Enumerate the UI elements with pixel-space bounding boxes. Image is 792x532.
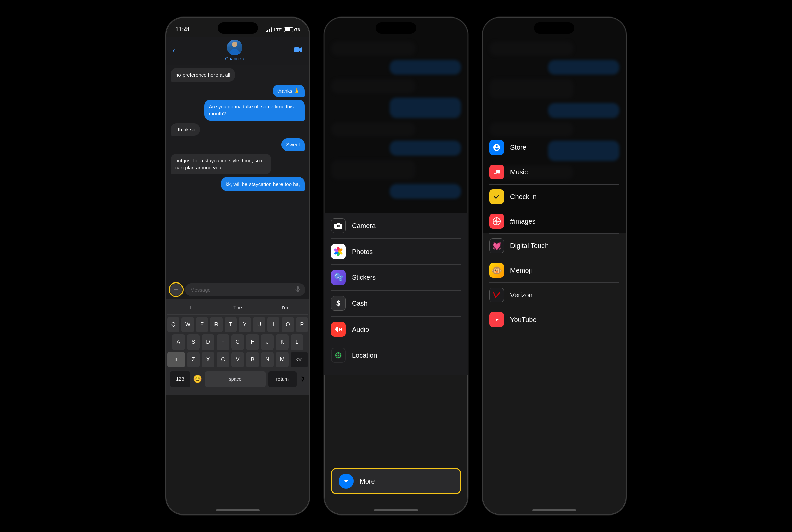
- menu-item-memoji[interactable]: 🐵 Memoji: [489, 258, 619, 283]
- key-v[interactable]: V: [231, 352, 244, 367]
- suggestion-2[interactable]: The: [214, 303, 262, 312]
- svg-rect-0: [294, 48, 299, 52]
- suggestion-3[interactable]: I'm: [261, 303, 308, 312]
- key-shift[interactable]: ⇧: [167, 352, 185, 367]
- menu-item-camera[interactable]: Camera: [331, 213, 461, 239]
- key-k[interactable]: K: [276, 334, 288, 350]
- key-mic[interactable]: 🎙: [299, 376, 305, 383]
- status-time-1: 11:41: [175, 26, 190, 33]
- video-call-button[interactable]: [294, 47, 303, 55]
- key-d[interactable]: D: [202, 334, 214, 350]
- svg-point-24: [338, 355, 339, 356]
- message-3: Are you gonna take off some time this mo…: [204, 100, 305, 120]
- contact-name[interactable]: Chance ›: [225, 56, 244, 61]
- key-n[interactable]: N: [261, 352, 274, 367]
- battery-percent: 76: [295, 27, 300, 32]
- keyboard-row-1: Q W E R T Y U I O P: [167, 317, 308, 332]
- phone-1: 11:41 LTE 76 ‹ Chance ›: [165, 17, 310, 515]
- key-c[interactable]: C: [216, 352, 229, 367]
- images-icon: [489, 214, 504, 229]
- keyboard-row-3: ⇧ Z X C V B N M ⌫: [167, 352, 308, 367]
- key-q[interactable]: Q: [167, 317, 180, 332]
- battery-fill: [285, 28, 290, 31]
- key-p[interactable]: P: [296, 317, 308, 332]
- message-2: thanks 🙏: [273, 84, 305, 97]
- key-s[interactable]: S: [187, 334, 200, 350]
- key-u[interactable]: U: [253, 317, 265, 332]
- keyboard-row-2: A S D F G H J K L: [167, 334, 308, 350]
- key-h[interactable]: H: [246, 334, 259, 350]
- suggestion-1[interactable]: I: [167, 303, 214, 312]
- camera-icon: [331, 218, 346, 233]
- key-f[interactable]: F: [216, 334, 229, 350]
- plus-button[interactable]: +: [170, 284, 182, 296]
- home-indicator-2: [374, 510, 418, 511]
- menu-item-checkin[interactable]: Check In: [489, 185, 619, 209]
- menu-item-audio[interactable]: Audio: [331, 317, 461, 342]
- key-t[interactable]: T: [225, 317, 237, 332]
- menu-item-stickers[interactable]: 🫧 Stickers: [331, 265, 461, 290]
- message-7: kk, will be staycation here too ha,: [221, 177, 305, 191]
- message-1: no preference here at all: [171, 68, 235, 82]
- key-r[interactable]: R: [210, 317, 222, 332]
- key-y[interactable]: Y: [239, 317, 251, 332]
- menu-item-digitaltouch[interactable]: 💓 Digital Touch: [489, 234, 619, 258]
- phone-3: Store Music: [482, 17, 627, 515]
- nav-bar-1: ‹ Chance ›: [166, 37, 309, 65]
- key-emoji[interactable]: 😊: [193, 375, 202, 383]
- key-a[interactable]: A: [172, 334, 185, 350]
- key-x[interactable]: X: [202, 352, 214, 367]
- key-delete[interactable]: ⌫: [290, 352, 308, 367]
- menu-item-photos[interactable]: Photos: [331, 239, 461, 265]
- key-j[interactable]: J: [261, 334, 274, 350]
- message-4: i think so: [171, 123, 200, 136]
- phone-1-screen: 11:41 LTE 76 ‹ Chance ›: [166, 18, 309, 395]
- more-icon: [339, 474, 354, 489]
- menu-item-verizon[interactable]: Verizon: [489, 283, 619, 307]
- message-6: but just for a staycation style thing, s…: [171, 154, 271, 174]
- back-button[interactable]: ‹: [173, 46, 175, 55]
- nav-center[interactable]: Chance ›: [225, 40, 244, 61]
- more-menu-list: Store Music: [483, 135, 626, 332]
- more-label: More: [360, 477, 375, 485]
- home-indicator-3: [532, 510, 576, 511]
- verizon-icon: [489, 288, 504, 302]
- menu-item-location[interactable]: Location: [331, 342, 461, 368]
- menu-item-images[interactable]: #images: [489, 209, 619, 234]
- stickers-icon: 🫧: [331, 270, 346, 285]
- photos-label: Photos: [352, 248, 373, 255]
- status-icons-1: LTE 76: [266, 27, 300, 32]
- location-icon: [331, 348, 346, 363]
- key-w[interactable]: W: [182, 317, 194, 332]
- key-i[interactable]: I: [267, 317, 280, 332]
- phone-2: Camera Photos: [324, 17, 468, 515]
- svg-rect-1: [297, 286, 299, 289]
- key-b[interactable]: B: [246, 352, 259, 367]
- menu-item-youtube[interactable]: YouTube: [489, 307, 619, 332]
- music-label: Music: [510, 168, 528, 176]
- key-m[interactable]: M: [276, 352, 288, 367]
- memoji-label: Memoji: [510, 267, 532, 274]
- dynamic-island-2: [376, 22, 416, 34]
- lte-label: LTE: [274, 27, 282, 32]
- keyboard-suggestions: I The I'm: [167, 301, 308, 315]
- home-indicator-1: [216, 510, 260, 511]
- key-123[interactable]: 123: [170, 372, 190, 387]
- plus-button-highlight: [169, 282, 184, 297]
- menu-item-store[interactable]: Store: [489, 135, 619, 160]
- more-button[interactable]: More: [331, 468, 461, 494]
- overlay-2: [324, 18, 468, 246]
- input-bar: + Message: [166, 280, 309, 299]
- youtube-icon: [489, 312, 504, 327]
- menu-item-cash[interactable]: $ Cash: [331, 290, 461, 317]
- key-g[interactable]: G: [231, 334, 244, 350]
- menu-item-music[interactable]: Music: [489, 160, 619, 185]
- key-e[interactable]: E: [196, 317, 208, 332]
- key-z[interactable]: Z: [187, 352, 200, 367]
- key-o[interactable]: O: [282, 317, 294, 332]
- key-return[interactable]: return: [268, 372, 297, 387]
- key-space[interactable]: space: [205, 372, 266, 387]
- key-l[interactable]: L: [290, 334, 303, 350]
- message-input[interactable]: Message: [185, 283, 305, 296]
- store-label: Store: [510, 144, 526, 152]
